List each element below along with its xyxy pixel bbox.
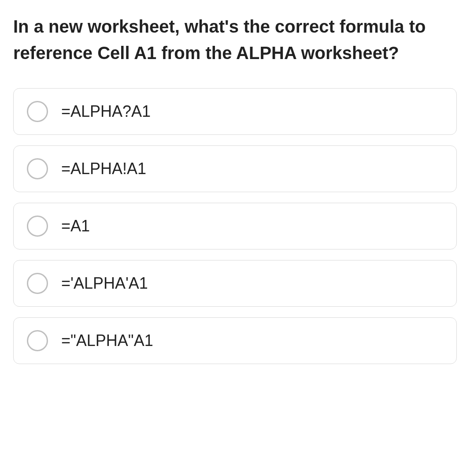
option-1[interactable]: =ALPHA!A1 [13,145,457,192]
option-label: =ALPHA?A1 [61,102,151,121]
option-label: ="ALPHA"A1 [61,331,153,350]
question-text: In a new worksheet, what's the correct f… [13,13,457,66]
radio-icon [27,273,48,294]
option-4[interactable]: ="ALPHA"A1 [13,317,457,364]
radio-icon [27,158,48,179]
option-label: =A1 [61,217,90,235]
radio-icon [27,330,48,351]
option-3[interactable]: ='ALPHA'A1 [13,260,457,307]
radio-icon [27,216,48,237]
radio-icon [27,101,48,122]
option-0[interactable]: =ALPHA?A1 [13,88,457,135]
option-label: =ALPHA!A1 [61,160,146,178]
options-list: =ALPHA?A1 =ALPHA!A1 =A1 ='ALPHA'A1 ="ALP… [13,88,457,364]
option-2[interactable]: =A1 [13,203,457,249]
option-label: ='ALPHA'A1 [61,274,148,293]
